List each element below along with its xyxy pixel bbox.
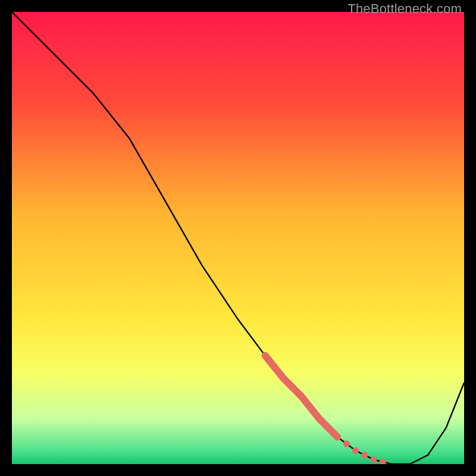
chart-frame (12, 12, 464, 464)
highlight-dot (343, 440, 350, 447)
highlight-dot (352, 447, 359, 454)
watermark-text: TheBottleneck.com (347, 1, 462, 17)
highlight-dot (371, 456, 377, 463)
highlight-dot (361, 452, 368, 458)
chart-plot (12, 12, 464, 464)
